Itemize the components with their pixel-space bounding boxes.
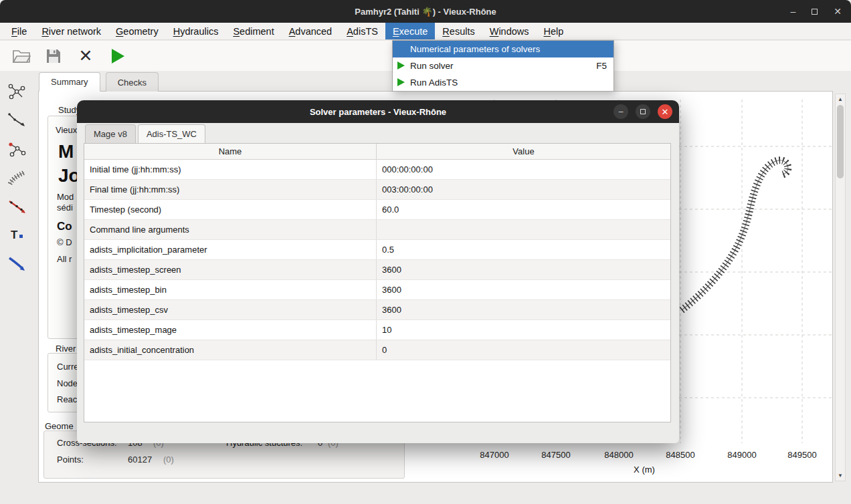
- x-tick-label: 847500: [533, 450, 579, 460]
- menu-execute[interactable]: Execute: [385, 23, 435, 39]
- menu-file[interactable]: File: [4, 23, 34, 39]
- param-value[interactable]: 3600: [377, 260, 670, 279]
- table-row[interactable]: adists_timestep_bin 3600: [84, 280, 670, 300]
- vertical-scrollbar[interactable]: ▲ ▼: [835, 94, 846, 481]
- concentration-tool[interactable]: [6, 254, 27, 274]
- column-header-name[interactable]: Name: [84, 144, 377, 159]
- param-value[interactable]: 0: [377, 340, 670, 360]
- window-titlebar[interactable]: Pamhyr2 (Tahiti 🌴) - Vieux-Rhône – ✕: [0, 0, 851, 23]
- menu-results[interactable]: Results: [435, 23, 482, 39]
- open-button[interactable]: [11, 45, 32, 67]
- play-icon: [397, 78, 405, 86]
- menu-river-network[interactable]: River network: [34, 23, 108, 39]
- param-value[interactable]: 003:00:00:00: [377, 180, 670, 199]
- param-value[interactable]: 60.0: [377, 200, 670, 219]
- param-name: adists_implicitation_parameter: [84, 240, 377, 259]
- dialog-minimize-icon[interactable]: –: [613, 104, 628, 119]
- x-tick-label: 848000: [595, 450, 642, 460]
- profile-icon: [7, 111, 27, 130]
- table-header-row: Name Value: [84, 144, 670, 160]
- study-title-line1: M: [58, 141, 74, 162]
- param-value[interactable]: 10: [377, 320, 670, 340]
- river-network-line3: Reac: [57, 394, 77, 404]
- table-row[interactable]: Command line arguments: [84, 220, 670, 240]
- table-row[interactable]: adists_timestep_mage 10: [84, 320, 670, 340]
- close-study-button[interactable]: ✕: [75, 45, 96, 67]
- study-contact-line: Co: [57, 220, 72, 233]
- param-name: Final time (jj:hh:mm:ss): [84, 180, 377, 199]
- maximize-glyph: [640, 109, 646, 114]
- execute-menu: Numerical parameters of solvers Run solv…: [392, 40, 614, 92]
- scroll-down-icon[interactable]: ▼: [836, 473, 845, 479]
- floppy-save-icon: [45, 48, 62, 64]
- menu-item-run-adists[interactable]: Run AdisTS: [393, 74, 613, 91]
- dialog-tabbar: Mage v8 Adis-TS_WC: [85, 124, 207, 143]
- study-desc-line1: Mod: [57, 192, 74, 202]
- table-row[interactable]: adists_implicitation_parameter 0.5: [84, 240, 670, 260]
- param-name: Initial time (jj:hh:mm:ss): [84, 160, 377, 179]
- menu-windows[interactable]: Windows: [482, 23, 537, 39]
- close-x-icon: ✕: [79, 46, 93, 66]
- x-axis-label: X (m): [621, 465, 668, 475]
- menu-advanced[interactable]: Advanced: [282, 23, 340, 39]
- table-row[interactable]: adists_initial_concentration 0: [84, 340, 670, 360]
- param-value[interactable]: 3600: [377, 300, 670, 320]
- param-value[interactable]: 000:00:00:00: [377, 160, 670, 179]
- study-desc-line2: sédi: [57, 203, 73, 213]
- main-tabbar: Summary Checks: [39, 72, 159, 92]
- river-cross-sections-trace: [682, 160, 788, 310]
- nodes-tool[interactable]: [6, 139, 27, 159]
- param-value[interactable]: 0.5: [377, 240, 670, 259]
- tab-mage-v8[interactable]: Mage v8: [85, 124, 136, 143]
- scrollbar-thumb[interactable]: [837, 105, 844, 178]
- river-network-tool[interactable]: [6, 82, 27, 102]
- tab-checks[interactable]: Checks: [106, 72, 159, 92]
- menu-item-numerical-parameters[interactable]: Numerical parameters of solvers: [393, 41, 613, 57]
- menu-sediment[interactable]: Sediment: [225, 23, 281, 39]
- dialog-close-icon[interactable]: ✕: [658, 104, 672, 119]
- save-button[interactable]: [43, 45, 64, 67]
- menu-adists[interactable]: AdisTS: [339, 23, 385, 39]
- minimize-icon[interactable]: –: [790, 7, 795, 16]
- menu-hydraulics[interactable]: Hydraulics: [166, 23, 226, 39]
- blue-profile-icon: [7, 255, 27, 273]
- folder-open-icon: [12, 49, 31, 64]
- menu-item-run-solver[interactable]: Run solver F5: [393, 57, 613, 74]
- sections-tool[interactable]: [6, 168, 27, 188]
- app-window: Pamhyr2 (Tahiti 🌴) - Vieux-Rhône – ✕ Fil…: [0, 0, 851, 504]
- table-body: Initial time (jj:hh:mm:ss) 000:00:00:00 …: [84, 160, 670, 360]
- dialog-maximize-icon[interactable]: [636, 104, 650, 119]
- param-name: adists_timestep_csv: [84, 300, 377, 320]
- close-icon[interactable]: ✕: [834, 7, 842, 16]
- points-value: 60127: [128, 455, 152, 465]
- table-row[interactable]: Timestep (second) 60.0: [84, 200, 670, 220]
- param-name: adists_timestep_mage: [84, 320, 377, 340]
- cross-sections-icon: [7, 168, 27, 187]
- column-header-value[interactable]: Value: [377, 144, 670, 159]
- reach-profile-tool[interactable]: [6, 110, 27, 130]
- red-curve-tool[interactable]: [6, 197, 27, 217]
- tab-summary[interactable]: Summary: [39, 72, 100, 92]
- window-controls: – ✕: [790, 0, 842, 23]
- param-value[interactable]: 3600: [377, 280, 670, 299]
- maximize-glyph: [812, 9, 818, 15]
- menu-item-label: Run AdisTS: [410, 78, 458, 88]
- table-row[interactable]: Final time (jj:hh:mm:ss) 003:00:00:00: [84, 180, 670, 200]
- points-extra: (0): [163, 455, 174, 465]
- menu-help[interactable]: Help: [537, 23, 571, 39]
- table-row[interactable]: Initial time (jj:hh:mm:ss) 000:00:00:00: [84, 160, 670, 180]
- table-row[interactable]: adists_timestep_screen 3600: [84, 260, 670, 280]
- temperature-tool[interactable]: T: [6, 225, 27, 245]
- param-name: adists_timestep_screen: [84, 260, 377, 279]
- tab-adis-ts-wc[interactable]: Adis-TS_WC: [138, 124, 205, 143]
- menu-geometry[interactable]: Geometry: [108, 23, 166, 39]
- dialog-titlebar[interactable]: Solver parameters - Vieux-Rhône – ✕: [77, 100, 679, 123]
- param-value[interactable]: [377, 220, 670, 239]
- table-row[interactable]: adists_timestep_csv 3600: [84, 300, 670, 320]
- param-name: adists_initial_concentration: [84, 340, 377, 360]
- run-solver-button[interactable]: [107, 45, 128, 67]
- maximize-icon[interactable]: [812, 7, 818, 16]
- points-label: Points:: [57, 455, 84, 465]
- param-name: Command line arguments: [84, 220, 377, 239]
- scroll-up-icon[interactable]: ▲: [836, 96, 845, 102]
